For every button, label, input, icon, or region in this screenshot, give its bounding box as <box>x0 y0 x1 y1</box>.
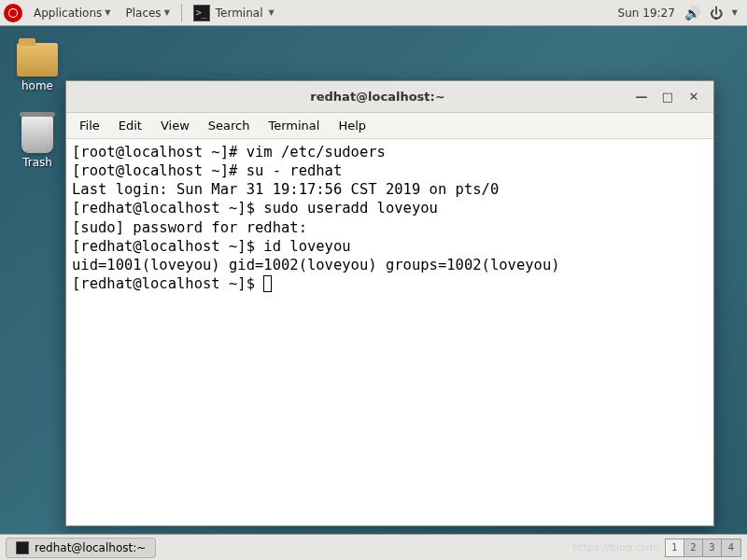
menu-file[interactable]: File <box>70 113 109 139</box>
workspace-3[interactable]: 3 <box>703 539 722 556</box>
desktop-icon-trash[interactable]: Trash <box>9 116 65 169</box>
trash-icon <box>21 116 53 153</box>
taskbar-label: redhat@localhost:~ <box>35 541 146 554</box>
terminal-body[interactable]: [root@localhost ~]# vim /etc/sudoers [ro… <box>66 139 713 525</box>
terminal-line: [redhat@localhost ~]$ sudo useradd lovey… <box>72 200 438 217</box>
panel-left: Applications ▼ Places ▼ >_ Terminal ▼ <box>0 0 282 26</box>
maximize-button[interactable]: □ <box>659 89 676 105</box>
menubar: File Edit View Search Terminal Help <box>66 113 713 139</box>
desktop[interactable]: home Trash redhat@localhost:~ — □ ✕ File… <box>0 26 747 534</box>
menu-help[interactable]: Help <box>329 113 375 139</box>
bottom-panel-right: https://blog.csdn 1 2 3 4 <box>573 539 741 557</box>
chevron-down-icon: ▼ <box>732 8 738 17</box>
titlebar-controls: — □ ✕ <box>633 89 713 105</box>
menu-search[interactable]: Search <box>199 113 260 139</box>
terminal-icon <box>16 541 29 554</box>
close-button[interactable]: ✕ <box>685 89 702 105</box>
applications-label: Applications <box>34 7 102 20</box>
home-label: home <box>21 79 53 92</box>
volume-icon[interactable]: 🔊 <box>684 6 700 21</box>
panel-task-label: Terminal <box>216 7 263 20</box>
panel-right: Sun 19:27 🔊 ⏻ ▼ <box>618 6 747 21</box>
menu-view[interactable]: View <box>151 113 199 139</box>
desktop-icon-home[interactable]: home <box>9 43 65 92</box>
distro-logo-icon[interactable] <box>4 4 22 22</box>
terminal-window: redhat@localhost:~ — □ ✕ File Edit View … <box>65 80 714 526</box>
places-menu[interactable]: Places ▼ <box>118 0 176 26</box>
terminal-line: [root@localhost ~]# su - redhat <box>72 162 342 179</box>
chevron-down-icon: ▼ <box>105 8 110 17</box>
terminal-line: [root@localhost ~]# vim /etc/sudoers <box>72 144 386 161</box>
terminal-line: [sudo] password for redhat: <box>72 219 307 236</box>
terminal-prompt: [redhat@localhost ~]$ <box>72 275 263 292</box>
places-label: Places <box>125 7 161 20</box>
window-title: redhat@localhost:~ <box>122 90 633 104</box>
cursor-icon <box>263 275 272 292</box>
applications-menu[interactable]: Applications ▼ <box>26 0 118 26</box>
chevron-down-icon: ▼ <box>269 8 275 17</box>
clock[interactable]: Sun 19:27 <box>618 7 675 20</box>
folder-icon <box>17 43 58 77</box>
menu-terminal[interactable]: Terminal <box>259 113 329 139</box>
bottom-panel: redhat@localhost:~ https://blog.csdn 1 2… <box>0 534 747 560</box>
watermark: https://blog.csdn <box>573 541 659 553</box>
terminal-line: uid=1001(loveyou) gid=1002(loveyou) grou… <box>72 257 560 273</box>
svg-point-1 <box>9 9 17 17</box>
terminal-icon: >_ <box>193 5 210 21</box>
trash-label: Trash <box>22 156 52 169</box>
power-icon[interactable]: ⏻ <box>710 6 723 21</box>
menu-edit[interactable]: Edit <box>109 113 151 139</box>
taskbar-item-terminal[interactable]: redhat@localhost:~ <box>6 538 156 558</box>
minimize-button[interactable]: — <box>633 89 650 105</box>
terminal-line: Last login: Sun Mar 31 19:17:56 CST 2019… <box>72 181 499 198</box>
workspace-4[interactable]: 4 <box>722 539 740 556</box>
panel-task-terminal[interactable]: >_ Terminal ▼ <box>186 0 282 26</box>
workspace-2[interactable]: 2 <box>684 539 703 556</box>
top-panel: Applications ▼ Places ▼ >_ Terminal ▼ Su… <box>0 0 747 26</box>
workspace-pager: 1 2 3 4 <box>665 539 741 557</box>
titlebar[interactable]: redhat@localhost:~ — □ ✕ <box>66 81 713 113</box>
panel-separator <box>181 4 182 22</box>
workspace-1[interactable]: 1 <box>666 539 684 556</box>
chevron-down-icon: ▼ <box>164 8 170 17</box>
terminal-line: [redhat@localhost ~]$ id loveyou <box>72 238 351 255</box>
